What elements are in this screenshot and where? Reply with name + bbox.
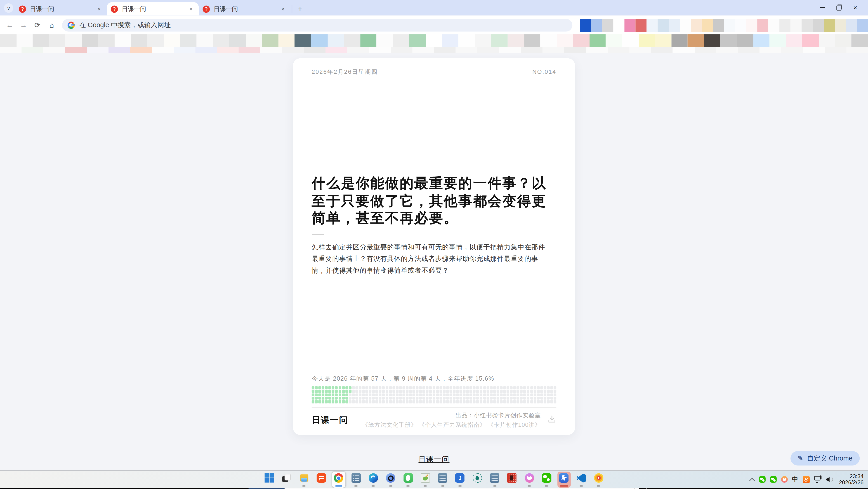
day-cell	[480, 390, 483, 393]
address-bar[interactable]: 在 Google 中搜索，或输入网址	[62, 19, 572, 31]
day-cell	[369, 400, 371, 403]
clock[interactable]: 23:34 2026/2/26	[839, 473, 864, 486]
running-indicator	[560, 485, 568, 487]
close-tab-icon[interactable]: ×	[187, 5, 195, 13]
day-cell	[379, 390, 381, 393]
day-cell	[523, 386, 526, 389]
wechat-tray-icon-2[interactable]	[770, 476, 777, 483]
day-cell	[523, 393, 526, 396]
mosaic-block	[835, 34, 851, 47]
daily-question-link[interactable]: 日课一问	[0, 454, 868, 464]
day-cell	[372, 393, 375, 396]
cat-tray-icon[interactable]	[781, 476, 788, 483]
day-cell	[469, 393, 472, 396]
mosaic-block	[229, 34, 246, 47]
day-cell	[493, 393, 496, 396]
taskbar-app-wechat[interactable]	[540, 471, 553, 487]
taskbar-app-red-pixel[interactable]	[505, 471, 519, 487]
ime-indicator[interactable]: 中	[792, 476, 798, 483]
restore-button[interactable]	[830, 1, 847, 15]
doc-list-icon	[490, 473, 499, 483]
day-cell	[483, 386, 486, 389]
taskbar-app-vscode[interactable]	[575, 471, 588, 487]
taskbar-app-j-notes[interactable]: J	[454, 471, 467, 487]
taskbar-app-media[interactable]	[592, 471, 605, 487]
day-cell	[412, 400, 415, 403]
day-cell	[436, 390, 439, 393]
day-cell	[439, 397, 442, 400]
display-tray-icon[interactable]	[814, 476, 821, 483]
mosaic-block	[724, 19, 735, 32]
home-button[interactable]: ⌂	[46, 20, 57, 31]
taskbar-app-doc-list[interactable]	[488, 471, 501, 487]
close-window-button[interactable]: ×	[847, 1, 864, 15]
taskbar-app-explorer[interactable]	[298, 471, 311, 487]
day-cell	[496, 393, 499, 396]
mosaic-block	[680, 19, 691, 32]
day-cell	[533, 386, 536, 389]
day-cell	[385, 386, 388, 389]
day-cell	[372, 400, 375, 403]
tab-search-button[interactable]: ∨	[4, 3, 13, 13]
taskbar-app-ring[interactable]	[384, 471, 397, 487]
day-cell	[329, 400, 331, 403]
books-line: 《笨方法文化手册》 《个人生产力系统指南》 《卡片创作100讲》	[362, 421, 541, 429]
day-cell	[369, 390, 371, 393]
tab-2-active[interactable]: ? 日课一问 ×	[107, 2, 199, 16]
day-cell	[453, 393, 456, 396]
day-cell	[396, 397, 398, 400]
taskbar-app-chrome[interactable]	[332, 471, 345, 487]
taskbar-app-start[interactable]	[263, 471, 276, 487]
taskbar-app-npp[interactable]	[418, 471, 432, 487]
close-tab-icon[interactable]: ×	[279, 5, 287, 13]
back-button[interactable]: ←	[4, 20, 15, 31]
day-cell	[500, 393, 502, 396]
running-indicator	[303, 485, 306, 487]
reload-button[interactable]: ⟳	[32, 20, 43, 31]
tab-1[interactable]: ? 日课一问 ×	[15, 2, 107, 16]
clock-date: 2026/2/26	[839, 480, 864, 486]
minimize-button[interactable]	[814, 1, 830, 15]
customize-chrome-button[interactable]: ✎ 自定义 Chrome	[790, 451, 860, 465]
taskbar-app-orange-notes[interactable]	[315, 471, 328, 487]
sogou-input-icon[interactable]: S	[802, 476, 810, 483]
new-tab-button[interactable]: +	[294, 3, 306, 15]
volume-icon[interactable]	[826, 476, 833, 483]
taskbar-app-doc-list[interactable]	[436, 471, 450, 487]
day-cell	[433, 400, 435, 403]
taskbar-app-task-view[interactable]	[280, 471, 293, 487]
day-cell	[544, 386, 546, 389]
mosaic-block	[753, 34, 770, 47]
system-tray: 中 S 23:34 2026/2/26	[749, 471, 864, 488]
day-cell	[426, 390, 429, 393]
mosaic-block	[770, 34, 786, 47]
taskbar-app-doc-list[interactable]	[349, 471, 363, 487]
day-cell	[530, 400, 533, 403]
tab-3[interactable]: ? 日课一问 ×	[199, 2, 291, 16]
mosaic-block	[98, 34, 115, 47]
hidden-icons-chevron[interactable]	[749, 477, 754, 482]
day-cell	[345, 393, 348, 396]
taskbar-app-green-bird[interactable]	[401, 471, 415, 487]
npp-icon	[421, 473, 430, 483]
taskbar-app-teal-ring[interactable]	[471, 471, 484, 487]
day-cell	[496, 400, 499, 403]
day-cell	[506, 390, 509, 393]
day-cell	[312, 400, 314, 403]
day-cell	[315, 397, 318, 400]
taskbar-app-eagle[interactable]	[557, 471, 570, 487]
download-icon[interactable]	[548, 415, 556, 426]
day-cell	[490, 390, 493, 393]
day-cell	[473, 393, 475, 396]
day-cell	[345, 386, 348, 389]
taskbar-app-edge[interactable]	[367, 471, 380, 487]
taskbar-app-cat[interactable]	[523, 471, 536, 487]
forward-button[interactable]: →	[18, 20, 29, 31]
day-cell	[369, 386, 371, 389]
day-cell	[315, 386, 318, 389]
day-cell	[513, 397, 516, 400]
tab-title: 日课一问	[30, 5, 95, 13]
wechat-tray-icon[interactable]	[759, 476, 766, 483]
mosaic-block	[426, 34, 442, 47]
close-tab-icon[interactable]: ×	[95, 5, 103, 13]
